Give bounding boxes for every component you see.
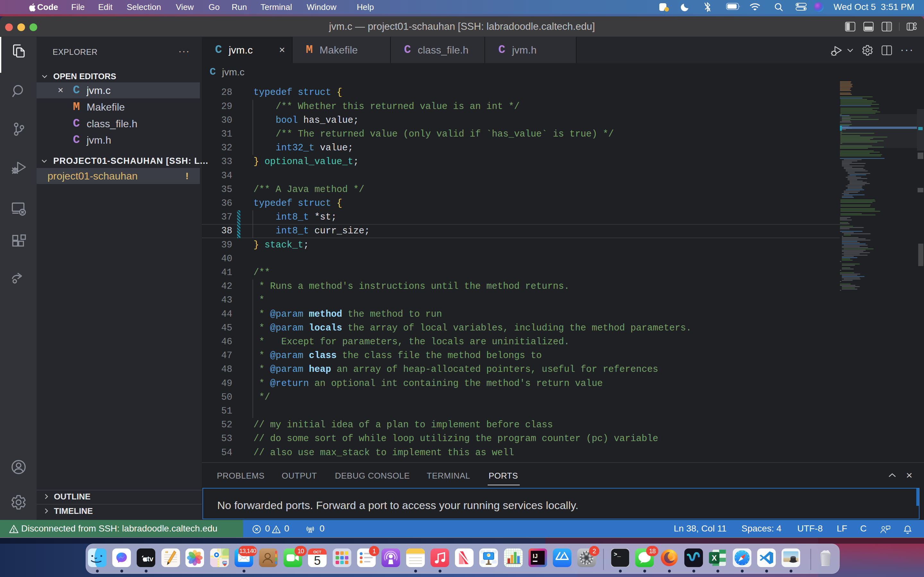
svg-text:>_: >_ bbox=[614, 551, 621, 558]
svg-text:tv: tv bbox=[147, 555, 153, 563]
svg-text:280: 280 bbox=[223, 561, 227, 564]
svg-text:5: 5 bbox=[314, 554, 320, 567]
svg-text:OCT: OCT bbox=[313, 550, 322, 554]
svg-text:X: X bbox=[712, 554, 717, 562]
svg-text:“: “ bbox=[165, 550, 168, 557]
svg-text:IJ: IJ bbox=[533, 553, 538, 559]
